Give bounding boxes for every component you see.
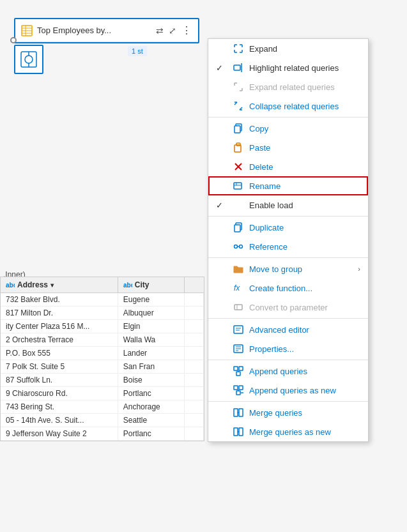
header-address[interactable]: abc Address ▾ (1, 277, 118, 293)
menu-label-duplicate: Duplicate (249, 223, 360, 232)
menu-item-move-to-group[interactable]: Move to group› (208, 259, 368, 278)
menu-label-merge-queries-new: Merge queries as new (249, 427, 360, 437)
menu-icon-advanced-editor (233, 324, 244, 335)
menu-item-copy[interactable]: Copy (208, 119, 368, 138)
cell-address: 9 Jefferson Way Suite 2 (1, 427, 118, 440)
cell-city: Portlanc (118, 387, 185, 400)
cell-address: 743 Bering St. (1, 400, 118, 413)
menu-separator (208, 401, 368, 402)
cell-city: Lander (118, 347, 185, 360)
table-row: 9 Jefferson Way Suite 2 Portlanc (1, 427, 204, 441)
menu-item-collapse-related[interactable]: Collapse related queries (208, 96, 368, 116)
query-card-header: Top Employees by... ⇄ ⤢ ⋮ (15, 19, 198, 42)
menu-label-expand-related: Expand related queries (249, 82, 360, 92)
menu-label-properties: Properties... (249, 344, 360, 354)
cell-extra (185, 387, 204, 400)
cell-extra (185, 414, 204, 427)
menu-item-expand[interactable]: Expand (208, 39, 368, 58)
menu-separator (208, 216, 368, 217)
step-badge: 1 st (128, 46, 147, 56)
menu-label-enable-load: Enable load (249, 201, 360, 210)
menu-icon-expand-related (233, 81, 244, 93)
menu-item-append-queries-new[interactable]: Append queries as new (208, 381, 368, 400)
address-dropdown-icon[interactable]: ▾ (50, 282, 54, 289)
menu-icon-append-queries-new (233, 384, 244, 396)
menu-icon-duplicate (233, 222, 244, 233)
header-extra (185, 277, 204, 293)
menu-label-merge-queries: Merge queries (249, 408, 360, 418)
menu-label-expand: Expand (249, 44, 360, 54)
table-row: 7 Polk St. Suite 5 San Fran (1, 360, 204, 374)
header-address-label: Address (17, 280, 48, 289)
cell-address: 817 Milton Dr. (1, 307, 118, 319)
svg-point-24 (234, 245, 238, 248)
cell-address: 87 Suffolk Ln. (1, 374, 118, 386)
menu-item-rename[interactable]: Rename (208, 176, 368, 195)
menu-item-highlight-related[interactable]: ✓Highlight related queries (208, 58, 368, 77)
menu-item-duplicate[interactable]: Duplicate (208, 218, 368, 237)
context-menu: Expand✓Highlight related queriesExpand r… (208, 38, 369, 442)
svg-rect-14 (234, 126, 240, 133)
menu-icon-highlight-related (233, 62, 244, 73)
header-city-label: City (135, 280, 150, 289)
menu-separator (208, 360, 368, 360)
table-row: 05 - 14th Ave. S. Suit... Seattle (1, 414, 204, 427)
menu-icon-empty-enable-load (233, 199, 244, 211)
menu-separator (208, 117, 368, 118)
menu-item-merge-queries[interactable]: Merge queries (208, 403, 368, 422)
svg-text:abc: abc (123, 282, 132, 289)
cell-address: 7 Polk St. Suite 5 (1, 360, 118, 373)
query-card-actions: ⇄ ⤢ ⋮ (155, 23, 193, 38)
menu-label-delete: Delete (249, 162, 360, 172)
menu-item-properties[interactable]: Properties... (208, 339, 368, 358)
connector-dot (10, 37, 17, 43)
query-card-title: Top Employees by... (37, 26, 151, 35)
menu-arrow-move-to-group: › (358, 265, 360, 273)
menu-label-reference: Reference (249, 242, 360, 252)
svg-rect-28 (234, 305, 242, 310)
svg-rect-16 (236, 143, 240, 146)
menu-label-move-to-group: Move to group (249, 264, 353, 274)
share-icon[interactable]: ⇄ (155, 24, 165, 37)
cell-extra (185, 427, 204, 440)
svg-rect-19 (234, 183, 242, 189)
menu-label-convert-param: Convert to parameter (249, 303, 360, 312)
table-row: 9 Chiaroscuro Rd. Portlanc (1, 387, 204, 400)
svg-rect-42 (239, 386, 243, 390)
table-row: 732 Baker Blvd. Eugene (1, 293, 204, 307)
table-body: 732 Baker Blvd. Eugene 817 Milton Dr. Al… (1, 293, 204, 441)
menu-label-rename: Rename (249, 181, 360, 191)
menu-item-enable-load[interactable]: ✓Enable load (208, 195, 368, 215)
menu-separator (208, 257, 368, 258)
cell-city: Seattle (118, 414, 185, 427)
cell-city: Albuquer (118, 307, 185, 319)
cell-city: Eugene (118, 293, 185, 306)
table-row: 743 Bering St. Anchorage (1, 400, 204, 414)
cell-extra (185, 333, 204, 346)
menu-item-reference[interactable]: Reference (208, 237, 368, 256)
menu-item-advanced-editor[interactable]: Advanced editor (208, 320, 368, 339)
cell-extra (185, 347, 204, 360)
menu-item-append-queries[interactable]: Append queries (208, 361, 368, 381)
expand-icon[interactable]: ⤢ (167, 24, 178, 37)
cell-address: P.O. Box 555 (1, 347, 118, 360)
header-city[interactable]: abc City (118, 277, 185, 293)
menu-item-paste[interactable]: Paste (208, 138, 368, 157)
menu-item-create-function[interactable]: fxCreate function... (208, 278, 368, 298)
more-icon[interactable]: ⋮ (180, 23, 193, 38)
menu-icon-merge-queries-new (233, 426, 244, 437)
data-table: abc Address ▾ abc City 732 Baker Blvd. E… (0, 277, 204, 441)
query-card: Top Employees by... ⇄ ⤢ ⋮ (14, 18, 199, 43)
svg-text:abc: abc (6, 282, 15, 289)
cell-address: 732 Baker Blvd. (1, 293, 118, 306)
cell-city: Anchorage (118, 400, 185, 413)
svg-point-6 (25, 56, 33, 63)
table-row: P.O. Box 555 Lander (1, 347, 204, 360)
menu-icon-append-queries (233, 365, 244, 377)
svg-rect-23 (234, 225, 240, 232)
menu-item-delete[interactable]: Delete (208, 157, 368, 176)
cell-extra (185, 293, 204, 306)
menu-item-merge-queries-new[interactable]: Merge queries as new (208, 422, 368, 441)
svg-rect-38 (239, 367, 243, 370)
cell-city: San Fran (118, 360, 185, 373)
